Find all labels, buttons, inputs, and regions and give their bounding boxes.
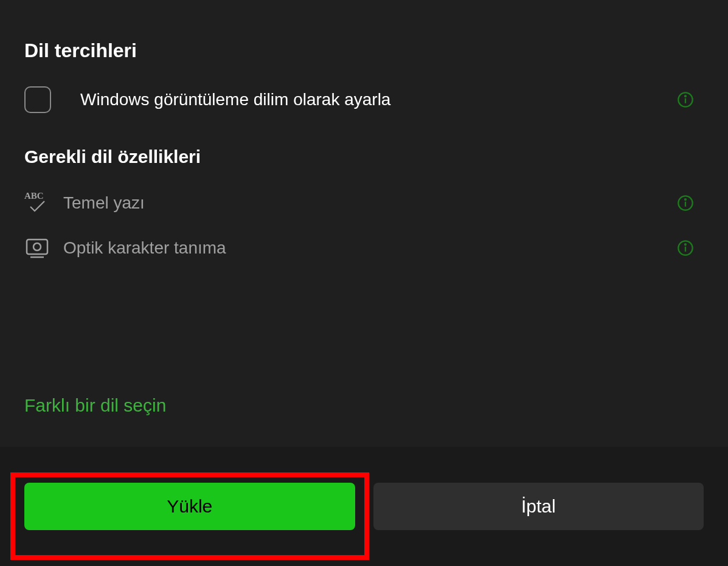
dialog-content: Dil tercihleri Windows görüntüleme dilim… bbox=[0, 0, 728, 447]
required-features-heading: Gerekli dil özellikleri bbox=[24, 147, 704, 167]
display-language-label: Windows görüntüleme dilim olarak ayarla bbox=[80, 90, 390, 109]
abc-check-icon: ABC bbox=[24, 190, 50, 216]
ocr-icon bbox=[24, 235, 50, 261]
display-language-option: Windows görüntüleme dilim olarak ayarla bbox=[24, 86, 704, 113]
feature-ocr: Optik karakter tanıma bbox=[24, 235, 704, 261]
feature-basic-typing-label: Temel yazı bbox=[63, 193, 145, 213]
svg-point-6 bbox=[685, 199, 686, 200]
info-icon[interactable] bbox=[677, 91, 694, 108]
info-icon[interactable] bbox=[677, 240, 694, 257]
display-language-checkbox[interactable] bbox=[24, 86, 51, 113]
install-button[interactable]: Yükle bbox=[24, 483, 355, 530]
info-icon[interactable] bbox=[677, 195, 694, 212]
svg-point-2 bbox=[685, 95, 686, 97]
feature-ocr-label: Optik karakter tanıma bbox=[63, 238, 226, 258]
language-preferences-heading: Dil tercihleri bbox=[24, 40, 704, 62]
dialog-footer: Yükle İptal bbox=[0, 447, 728, 566]
svg-rect-7 bbox=[27, 240, 47, 254]
choose-different-language-link[interactable]: Farklı bir dil seçin bbox=[24, 395, 166, 416]
svg-point-12 bbox=[685, 244, 686, 245]
svg-text:ABC: ABC bbox=[24, 191, 44, 201]
cancel-button[interactable]: İptal bbox=[373, 483, 704, 530]
feature-basic-typing: ABC Temel yazı bbox=[24, 190, 704, 216]
svg-point-8 bbox=[33, 243, 41, 250]
